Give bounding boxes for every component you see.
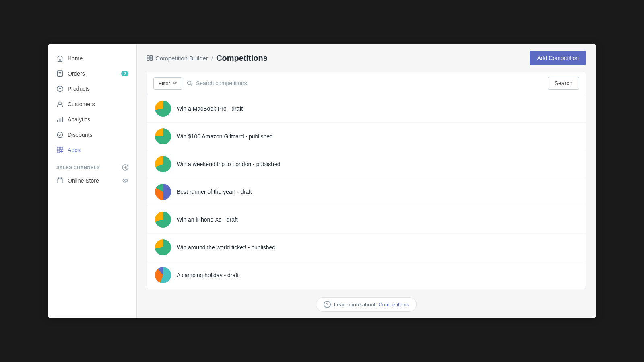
search-button[interactable]: Search	[548, 77, 579, 90]
competition-title-2: Win $100 Amazon Giftcard - published	[177, 133, 273, 140]
competition-avatar-2	[155, 128, 171, 144]
svg-rect-22	[150, 56, 153, 58]
svg-rect-6	[60, 118, 61, 122]
breadcrumb: Competition Builder / Competitions	[147, 53, 268, 63]
breadcrumb-separator: /	[211, 55, 213, 62]
content-area: Filter Search	[137, 72, 596, 318]
svg-point-19	[123, 179, 128, 182]
competition-title-5: Win an iPhone Xs - draft	[177, 216, 238, 223]
online-store-eye-icon[interactable]	[122, 177, 128, 184]
competition-item[interactable]: Win $100 Amazon Giftcard - published	[147, 123, 586, 150]
competition-avatar-5	[155, 212, 171, 228]
svg-rect-14	[57, 150, 60, 153]
competition-list: Win a MacBook Pro - draft Win $100 Amazo…	[147, 95, 586, 289]
orders-badge: 2	[121, 71, 128, 76]
sidebar-item-customers[interactable]: Customers	[48, 97, 136, 112]
search-input-wrap	[186, 80, 544, 86]
competition-item[interactable]: A camping holiday - draft	[147, 261, 586, 289]
sidebar-nav: Home Orders 2	[48, 44, 136, 318]
orders-icon	[56, 70, 64, 77]
competition-item[interactable]: Win an iPhone Xs - draft	[147, 206, 586, 234]
search-icon	[186, 80, 193, 86]
breadcrumb-parent: Competition Builder	[147, 55, 208, 62]
sidebar-item-online-store[interactable]: Online Store	[48, 173, 136, 188]
footer-info: ? Learn more about Competitions	[147, 289, 586, 318]
svg-rect-18	[57, 179, 63, 183]
svg-rect-12	[57, 147, 60, 150]
competition-avatar-6	[155, 239, 171, 255]
sidebar-item-analytics[interactable]: Analytics	[48, 112, 136, 127]
sidebar-item-orders[interactable]: Orders 2	[48, 66, 136, 81]
svg-point-20	[124, 180, 126, 181]
add-sales-channel-icon[interactable]	[122, 164, 128, 171]
competition-title-4: Best runner of the year! - draft	[177, 189, 252, 195]
competition-title-7: A camping holiday - draft	[177, 272, 239, 278]
products-icon	[56, 85, 64, 93]
sidebar-item-discounts[interactable]: Discounts	[48, 127, 136, 142]
filter-button[interactable]: Filter	[153, 77, 182, 90]
competition-item[interactable]: Win a MacBook Pro - draft	[147, 95, 586, 123]
home-icon	[56, 55, 64, 62]
breadcrumb-current: Competitions	[216, 53, 268, 63]
sales-channels-section: SALES CHANNELS	[48, 158, 136, 173]
sidebar-item-home[interactable]: Home	[48, 51, 136, 66]
discounts-icon	[56, 131, 64, 138]
competition-builder-icon	[147, 55, 153, 61]
svg-rect-13	[60, 147, 63, 150]
svg-rect-7	[62, 117, 63, 122]
competition-avatar-7	[155, 267, 171, 283]
sidebar: Home Orders 2	[48, 44, 137, 318]
svg-line-26	[190, 84, 192, 86]
apps-icon	[56, 146, 64, 154]
competition-item[interactable]: Best runner of the year! - draft	[147, 178, 586, 206]
chevron-down-icon	[172, 81, 177, 86]
svg-point-11	[60, 135, 61, 136]
discounts-label: Discounts	[68, 132, 92, 138]
learn-more-badge: ? Learn more about Competitions	[316, 297, 417, 312]
competition-avatar-1	[155, 101, 171, 117]
analytics-icon	[56, 116, 64, 123]
competition-title-6: Win around the world ticket! - published	[177, 244, 275, 251]
search-bar: Filter Search	[147, 72, 586, 95]
sidebar-item-apps[interactable]: Apps	[48, 142, 136, 158]
competition-avatar-3	[155, 156, 171, 172]
svg-rect-5	[57, 120, 58, 122]
competition-title-3: Win a weekend trip to London - published	[177, 161, 281, 167]
competitions-link[interactable]: Competitions	[378, 302, 409, 308]
svg-rect-23	[147, 58, 150, 61]
competitions-card: Filter Search	[147, 72, 586, 289]
svg-point-10	[59, 134, 60, 134]
competition-item[interactable]: Win around the world ticket! - published	[147, 234, 586, 261]
question-icon: ?	[324, 301, 331, 308]
add-competition-button[interactable]: Add Competition	[530, 51, 586, 65]
search-input[interactable]	[196, 80, 544, 86]
svg-rect-24	[150, 58, 153, 61]
customers-icon	[56, 101, 64, 108]
sidebar-item-products[interactable]: Products	[48, 81, 136, 97]
main-content: Competition Builder / Competitions Add C…	[137, 44, 596, 318]
competition-item[interactable]: Win a weekend trip to London - published	[147, 150, 586, 178]
online-store-icon	[56, 177, 64, 184]
competition-avatar-4	[155, 184, 171, 200]
competition-title-1: Win a MacBook Pro - draft	[177, 105, 243, 112]
svg-rect-21	[147, 56, 150, 58]
page-header: Competition Builder / Competitions Add C…	[137, 44, 596, 72]
